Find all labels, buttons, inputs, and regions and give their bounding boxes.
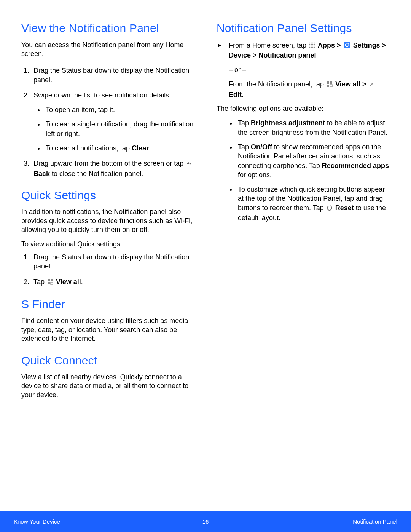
text: From a Home screen, tap <box>229 42 308 49</box>
svg-point-7 <box>314 42 315 43</box>
svg-rect-1 <box>51 279 53 281</box>
or-text: – or – <box>229 65 390 74</box>
bold-text: Device <box>229 51 251 59</box>
text: Tap <box>238 119 251 127</box>
svg-point-15 <box>314 45 315 46</box>
apps-icon <box>309 42 315 51</box>
bold-text: On/Off <box>251 143 272 151</box>
text: for options. <box>238 171 272 179</box>
svg-point-6 <box>312 42 314 43</box>
left-column: View the Notification Panel You can acce… <box>21 19 194 511</box>
back-icon <box>186 160 193 169</box>
reset-icon <box>327 204 333 213</box>
paragraph: To view additional Quick settings: <box>21 240 194 249</box>
svg-point-14 <box>312 45 314 46</box>
heading-quick-settings: Quick Settings <box>21 188 194 203</box>
svg-point-8 <box>309 44 311 45</box>
bullet-list: To open an item, tap it. To clear a sing… <box>33 105 194 153</box>
svg-rect-0 <box>48 279 50 281</box>
paragraph: From the Notification panel, tap View al… <box>229 80 390 99</box>
list-item: Tap On/Off to show recommended apps on t… <box>236 142 390 179</box>
svg-point-13 <box>311 45 312 46</box>
heading-notification-panel-settings: Notification Panel Settings <box>217 21 390 35</box>
svg-point-10 <box>312 44 314 45</box>
text: Drag upward from the bottom of the scree… <box>33 160 185 167</box>
bold-text: Settings <box>353 42 380 49</box>
list-item: Swipe down the list to see notification … <box>31 91 194 153</box>
text: > <box>360 80 368 88</box>
bold-text: Apps <box>318 42 335 49</box>
heading-view-notification-panel: View the Notification Panel <box>21 21 194 35</box>
page-footer: Know Your Device 16 Notification Panel <box>0 511 411 532</box>
svg-point-17 <box>311 47 312 48</box>
list-item: To clear a single notification, drag the… <box>44 120 194 138</box>
settings-icon <box>344 42 350 51</box>
edit-icon <box>369 80 374 89</box>
svg-point-18 <box>312 47 314 48</box>
svg-point-4 <box>309 42 311 43</box>
svg-rect-26 <box>330 85 332 87</box>
list-item: To open an item, tap it. <box>44 105 194 114</box>
bold-text: View all <box>56 278 81 286</box>
bold-text: Brightness adjustment <box>251 119 325 127</box>
footer-topic-title: Notification Panel <box>353 518 397 525</box>
svg-point-19 <box>314 47 315 48</box>
list-item: Drag the Status bar down to display the … <box>31 252 194 271</box>
paragraph: In addition to notifications, the Notifi… <box>21 208 194 234</box>
right-column: Notification Panel Settings From a Home … <box>217 19 390 511</box>
text: Tap <box>33 278 46 286</box>
svg-point-22 <box>346 44 347 45</box>
text: . <box>81 278 83 286</box>
text: Swipe down the list to see notification … <box>33 91 171 99</box>
svg-rect-24 <box>330 81 332 84</box>
bold-text: View all <box>335 80 360 88</box>
svg-point-12 <box>309 45 311 46</box>
text: > <box>335 42 343 49</box>
paragraph: View a list of all nearby devices. Quick… <box>21 373 194 399</box>
text: . <box>316 51 318 59</box>
list-item: Drag upward from the bottom of the scree… <box>31 159 194 178</box>
list-item: Tap Brightness adjustment to be able to … <box>236 118 390 137</box>
svg-rect-2 <box>48 282 50 284</box>
bold-text: Notification panel <box>259 51 316 59</box>
text: . <box>242 91 244 98</box>
page-number: 16 <box>202 518 209 525</box>
bold-text: Back <box>33 170 50 177</box>
text: > <box>380 42 386 49</box>
text: From the Notification panel, tap <box>229 80 326 88</box>
text: > <box>251 51 259 59</box>
text: Tap <box>238 143 251 151</box>
svg-rect-3 <box>51 282 53 284</box>
list-item: Drag the Status bar down to display the … <box>31 66 194 85</box>
svg-rect-23 <box>327 81 329 84</box>
svg-rect-25 <box>327 85 329 87</box>
ordered-list: Drag the Status bar down to display the … <box>21 252 194 287</box>
heading-quick-connect: Quick Connect <box>21 353 194 368</box>
view-all-icon <box>327 80 333 89</box>
bold-text: Recommended apps <box>322 162 389 169</box>
svg-point-9 <box>311 44 312 45</box>
arrow-list: From a Home screen, tap Apps > Settings … <box>217 41 390 60</box>
footer-section-title: Know Your Device <box>14 518 60 525</box>
text: . <box>149 144 151 152</box>
page-content: View the Notification Panel You can acce… <box>0 0 411 511</box>
paragraph: The following options are available: <box>217 104 390 113</box>
view-all-icon <box>47 278 53 287</box>
ordered-list: Drag the Status bar down to display the … <box>21 66 194 178</box>
heading-s-finder: S Finder <box>21 297 194 312</box>
svg-point-16 <box>309 47 311 48</box>
bullet-list: Tap Brightness adjustment to be able to … <box>217 118 390 222</box>
list-item: From a Home screen, tap Apps > Settings … <box>225 41 390 60</box>
svg-point-5 <box>311 42 312 43</box>
text: to close the Notification panel. <box>50 170 143 177</box>
paragraph: Find content on your device using filter… <box>21 316 194 343</box>
list-item: Tap View all. <box>31 277 194 287</box>
bold-text: Clear <box>132 144 149 152</box>
paragraph: You can access the Notification panel fr… <box>21 41 194 59</box>
bold-text: Reset <box>335 204 354 212</box>
bold-text: Edit <box>229 91 242 98</box>
svg-point-11 <box>314 44 315 45</box>
text: To clear all notifications, tap <box>46 144 132 152</box>
list-item: To customize which quick setting buttons… <box>236 185 390 222</box>
list-item: To clear all notifications, tap Clear. <box>44 144 194 153</box>
